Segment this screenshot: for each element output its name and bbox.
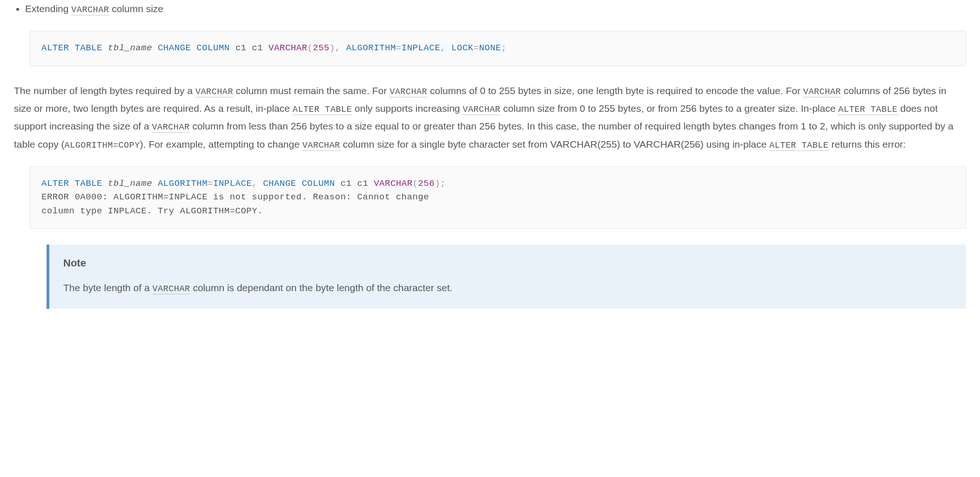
sql-eq2: = bbox=[474, 43, 479, 53]
sql-inplace: INPLACE bbox=[402, 43, 440, 53]
sql2-alter: ALTER bbox=[41, 178, 69, 189]
sql2-table: TABLE bbox=[74, 178, 102, 189]
p1-s5: only supports increasing bbox=[352, 103, 463, 114]
paragraph-1: The number of length bytes required by a… bbox=[14, 82, 966, 153]
p1-c7: VARCHAR bbox=[152, 123, 190, 133]
bullet-prefix: Extending bbox=[25, 3, 71, 14]
p1-c4: ALTER TABLE bbox=[293, 105, 352, 115]
sql-tblname: tbl_name bbox=[108, 43, 152, 53]
sql-comma: , bbox=[335, 43, 341, 53]
sql2-rparen: ) bbox=[435, 178, 440, 189]
p1-c2: VARCHAR bbox=[389, 87, 427, 97]
bullet-suffix: column size bbox=[109, 3, 163, 14]
p1-c6: ALTER TABLE bbox=[838, 105, 897, 115]
sql2-change: CHANGE bbox=[263, 178, 296, 189]
bullet-item: Extending VARCHAR column size bbox=[25, 0, 966, 18]
sql-alter: ALTER bbox=[41, 43, 69, 53]
sql-lparen: ( bbox=[307, 43, 313, 53]
sql2-error: ERROR 0A000: ALGORITHM=INPLACE is not su… bbox=[41, 192, 429, 216]
note-body: The byte length of a VARCHAR column is d… bbox=[63, 279, 952, 297]
p1-c9: VARCHAR bbox=[302, 141, 340, 151]
p1-c3: VARCHAR bbox=[803, 87, 841, 97]
sql-lock: LOCK bbox=[451, 43, 474, 53]
note-s2: column is dependant on the byte length o… bbox=[190, 282, 453, 293]
p1-s11: returns this error: bbox=[829, 139, 906, 150]
sql-change: CHANGE bbox=[158, 43, 191, 53]
sql-255: 255 bbox=[313, 43, 329, 53]
sql2-inplace: INPLACE bbox=[213, 178, 252, 189]
p1-s10: column size for a single byte character … bbox=[340, 139, 769, 150]
p1-s9: ). For example, attempting to change bbox=[140, 139, 302, 150]
sql-semi: ; bbox=[501, 43, 507, 53]
p1-c8: ALGORITHM=COPY bbox=[65, 141, 140, 150]
p1-s3: columns of 0 to 255 bytes in size, one l… bbox=[427, 85, 803, 96]
p1-c10: ALTER TABLE bbox=[769, 141, 828, 151]
varchar-literal: VARCHAR bbox=[71, 5, 109, 15]
sql2-semi: ; bbox=[440, 178, 446, 189]
sql2-tblname: tbl_name bbox=[108, 178, 152, 189]
sql2-column: COLUMN bbox=[302, 178, 335, 189]
sql-algorithm: ALGORITHM bbox=[346, 43, 396, 53]
note-s1: The byte length of a bbox=[63, 282, 152, 293]
sql2-varchar: VARCHAR bbox=[374, 178, 412, 189]
sql-none: NONE bbox=[479, 43, 501, 53]
sql2-256: 256 bbox=[418, 178, 435, 189]
sql2-eq: = bbox=[208, 178, 213, 189]
code-block-2: ALTER TABLE tbl_name ALGORITHM=INPLACE, … bbox=[30, 166, 966, 229]
sql-eq: = bbox=[396, 43, 402, 53]
p1-c5: VARCHAR bbox=[463, 105, 500, 115]
p1-c1: VARCHAR bbox=[195, 87, 233, 97]
sql-rparen: ) bbox=[329, 43, 335, 53]
note-c1: VARCHAR bbox=[152, 284, 190, 294]
bullet-text: Extending VARCHAR column size bbox=[25, 0, 966, 18]
sql2-algorithm: ALGORITHM bbox=[158, 178, 208, 189]
sql-cols: c1 c1 bbox=[235, 43, 263, 53]
sql-column: COLUMN bbox=[196, 43, 229, 53]
p1-s2: column must remain the same. For bbox=[233, 85, 389, 96]
sql-comma2: , bbox=[440, 43, 446, 53]
sql-table: TABLE bbox=[74, 43, 102, 53]
p1-s1: The number of length bytes required by a bbox=[14, 85, 195, 96]
note-title: Note bbox=[63, 254, 952, 273]
note-box: Note The byte length of a VARCHAR column… bbox=[47, 245, 966, 309]
sql-varchar: VARCHAR bbox=[268, 43, 307, 53]
sql2-lparen: ( bbox=[413, 178, 418, 189]
code-block-1: ALTER TABLE tbl_name CHANGE COLUMN c1 c1… bbox=[30, 31, 966, 66]
sql2-cols: c1 c1 bbox=[341, 178, 369, 189]
p1-s6: column size from 0 to 255 bytes, or from… bbox=[500, 103, 838, 114]
sql2-comma: , bbox=[252, 178, 257, 189]
